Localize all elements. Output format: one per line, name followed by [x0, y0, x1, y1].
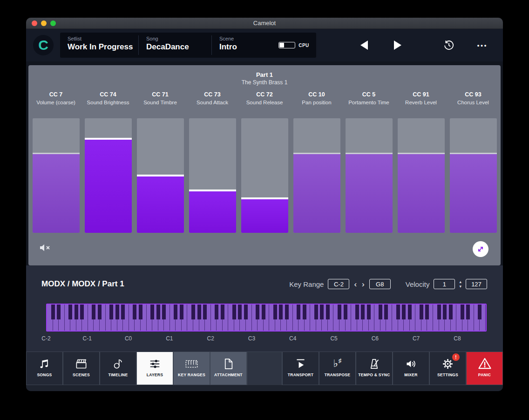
fader-handle[interactable]	[450, 153, 497, 154]
setlist-value: Work In Progress	[68, 42, 138, 52]
fader-handle[interactable]	[33, 153, 80, 154]
cc-fader[interactable]	[241, 118, 288, 233]
flat-sharp-icon: ♭♯	[333, 356, 342, 371]
cc-fader[interactable]	[450, 118, 497, 233]
toolbar-button-panic[interactable]: PANIC	[467, 352, 502, 385]
toolbar-button-label: SCENES	[73, 373, 90, 377]
cc-fader[interactable]	[137, 118, 184, 233]
keyboard-icon	[185, 356, 198, 371]
fader-name-label: Volume (coarse)	[36, 100, 75, 106]
cc-fader[interactable]	[85, 118, 132, 233]
range-controls: Key Range C-2 ‹ › G8 Velocity 1 ▴ ▾ 127	[289, 277, 487, 291]
black-key	[115, 305, 119, 319]
chevron-right-icon[interactable]: ›	[361, 280, 365, 288]
black-key	[396, 305, 400, 319]
expand-button[interactable]	[473, 241, 488, 257]
black-key	[367, 305, 371, 319]
toolbar-button-transport[interactable]: TRANSPORT	[283, 352, 319, 385]
warning-icon	[478, 356, 492, 371]
black-key	[150, 305, 154, 319]
fader-name-label: Sound Attack	[197, 100, 228, 106]
fader-column: CC 93Chorus Level	[450, 91, 497, 233]
cc-fader[interactable]	[33, 118, 80, 233]
black-key	[75, 305, 78, 319]
history-button[interactable]	[442, 39, 455, 52]
session-info-box: Setlist Work In Progress Song DecaDance …	[60, 33, 316, 58]
black-key	[361, 305, 365, 319]
fader-handle[interactable]	[85, 138, 132, 140]
next-scene-button[interactable]	[391, 39, 404, 52]
cc-fader[interactable]	[398, 118, 445, 233]
fader-handle[interactable]	[398, 153, 445, 154]
fader-cc-label: CC 72	[256, 91, 272, 99]
setlist-display[interactable]: Setlist Work In Progress	[60, 33, 138, 58]
window-bottom-strip	[26, 385, 503, 391]
black-key	[338, 305, 341, 319]
toolbar-button-mixer[interactable]: MIXER	[393, 352, 429, 385]
fader-column: CC 5Portamento Time	[346, 91, 393, 233]
fader-fill	[398, 153, 445, 233]
toolbar-button-songs[interactable]: SONGS	[27, 352, 62, 385]
fader-handle[interactable]	[346, 153, 393, 154]
previous-scene-button[interactable]	[358, 39, 371, 52]
velocity-stepper[interactable]: ▴ ▾	[459, 280, 461, 289]
fader-column: CC 91Reverb Level	[398, 91, 445, 233]
black-key	[379, 305, 382, 319]
toolbar-button-scenes[interactable]: SCENES	[63, 352, 99, 385]
chevron-left-icon[interactable]: ‹	[353, 280, 357, 288]
bottom-toolbar: SONGSSCENESTIMELINELAYERSKEY RANGESATTAC…	[26, 352, 503, 385]
black-key	[478, 305, 482, 319]
toolbar-button-label: SETTINGS	[437, 373, 458, 377]
toolbar-button-key-ranges[interactable]: KEY RANGES	[174, 352, 210, 385]
toolbar-button-settings[interactable]: SETTINGS!	[430, 352, 466, 385]
fader-name-label: Pan position	[302, 100, 331, 106]
velocity-low-input[interactable]: 1	[434, 279, 455, 289]
black-key	[314, 305, 318, 319]
toolbar-button-transpose[interactable]: ♭♯TRANSPOSE	[319, 352, 355, 385]
black-key	[221, 305, 224, 319]
cc-fader[interactable]	[293, 118, 340, 233]
fader-cc-label: CC 93	[465, 91, 481, 99]
black-key	[355, 305, 359, 319]
fader-cc-label: CC 91	[413, 91, 429, 99]
toolbar-spacer	[247, 352, 282, 385]
faders-row: CC 7Volume (coarse)CC 74Sound Brightness…	[28, 91, 501, 233]
camelot-logo-icon[interactable]: C	[33, 35, 54, 55]
black-key	[420, 305, 423, 319]
document-icon	[222, 356, 235, 371]
key-range-high-input[interactable]: G8	[369, 279, 391, 289]
step-up-icon[interactable]: ▴	[459, 280, 461, 284]
black-key	[320, 305, 324, 319]
step-down-icon[interactable]: ▾	[459, 285, 461, 289]
cc-fader[interactable]	[346, 118, 393, 233]
toolbar-button-label: SONGS	[37, 373, 52, 377]
black-key	[256, 305, 259, 319]
cc-fader[interactable]	[189, 118, 236, 233]
fader-handle[interactable]	[137, 175, 184, 176]
black-key	[180, 305, 183, 319]
toolbar-button-layers[interactable]: LAYERS	[137, 352, 173, 385]
toolbar-button-label: TRANSPOSE	[325, 373, 351, 377]
toolbar-button-tempo-sync[interactable]: TEMPO & SYNC	[356, 352, 392, 385]
key-range-low-input[interactable]: C-2	[328, 279, 349, 289]
scene-display[interactable]: Scene Intro	[212, 33, 271, 58]
fader-handle[interactable]	[241, 197, 288, 199]
fader-handle[interactable]	[189, 190, 236, 191]
toolbar-button-label: PANIC	[478, 373, 491, 377]
fader-fill	[450, 153, 497, 233]
fader-handle[interactable]	[293, 153, 340, 154]
fader-cc-label: CC 74	[100, 91, 116, 99]
black-key	[203, 305, 207, 319]
black-key	[57, 305, 61, 319]
key-range-keyboard[interactable]	[46, 304, 487, 332]
toolbar-button-timeline[interactable]: TIMELINE	[100, 352, 136, 385]
black-key	[139, 305, 142, 319]
toolbar-button-label: TIMELINE	[108, 373, 128, 377]
song-display[interactable]: Song DecaDance	[139, 33, 211, 58]
mute-button[interactable]	[39, 243, 53, 254]
more-menu-button[interactable]: •••	[476, 39, 489, 52]
velocity-high-input[interactable]: 127	[466, 279, 487, 289]
scene-label: Scene	[219, 36, 271, 41]
toolbar-button-attachment[interactable]: ATTACHMENT	[210, 352, 246, 385]
black-key	[262, 305, 265, 319]
